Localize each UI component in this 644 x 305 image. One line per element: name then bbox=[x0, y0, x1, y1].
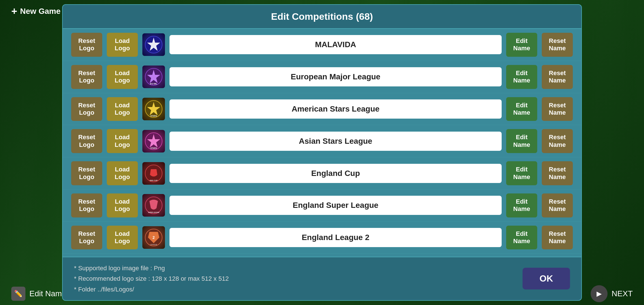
competition-name: American Stars League bbox=[169, 99, 502, 119]
svg-text:ENG CUP: ENG CUP bbox=[150, 180, 157, 181]
logo-svg: STARS bbox=[144, 131, 164, 151]
competition-row: ResetLogo LoadLogo STARS Asian Stars Lea… bbox=[63, 125, 581, 157]
edit-name-button[interactable]: EditName bbox=[506, 226, 537, 250]
dialog-footer: * Supported logo image file : Png * Reco… bbox=[63, 257, 581, 300]
new-game-button[interactable]: + New Game bbox=[11, 5, 60, 17]
edit-name-button[interactable]: EditName bbox=[506, 97, 537, 121]
svg-text:LEAGUE: LEAGUE bbox=[150, 244, 157, 245]
competition-name: England League 2 bbox=[169, 228, 502, 247]
reset-name-button[interactable]: ResetName bbox=[542, 65, 573, 89]
reset-name-button[interactable]: ResetName bbox=[542, 129, 573, 153]
competition-row: ResetLogo LoadLogo LEAGUE 3 England Leag… bbox=[63, 254, 581, 256]
competition-row: ResetLogo LoadLogo 2 LEAGUE England Leag… bbox=[63, 222, 581, 254]
edit-name-button[interactable]: EditName bbox=[506, 65, 537, 89]
competition-row: ResetLogo LoadLogo SUPER LEAGUE England … bbox=[63, 189, 581, 222]
competition-name: European Major League bbox=[169, 67, 502, 86]
competition-logo: 2 LEAGUE bbox=[142, 226, 165, 249]
competitions-list[interactable]: ResetLogo LoadLogo MALAVIDA EditName Res… bbox=[63, 29, 581, 257]
new-game-label: New Game bbox=[20, 7, 60, 16]
edit-names-button[interactable]: ✏️ Edit Names bbox=[11, 287, 70, 301]
competition-row: ResetLogo LoadLogo STARS American Stars … bbox=[63, 93, 581, 125]
reset-name-button[interactable]: ResetName bbox=[542, 97, 573, 121]
edit-name-button[interactable]: EditName bbox=[506, 129, 537, 153]
footer-line1: * Supported logo image file : Png bbox=[74, 263, 229, 273]
load-logo-button[interactable]: LoadLogo bbox=[107, 97, 138, 121]
footer-notes: * Supported logo image file : Png * Reco… bbox=[74, 263, 229, 295]
reset-logo-button[interactable]: ResetLogo bbox=[71, 33, 102, 57]
reset-name-button[interactable]: ResetName bbox=[542, 161, 573, 185]
svg-text:EU-ML: EU-ML bbox=[150, 82, 157, 85]
reset-logo-button[interactable]: ResetLogo bbox=[71, 97, 102, 121]
svg-text:2: 2 bbox=[153, 235, 155, 240]
competition-row: ResetLogo LoadLogo ENG CUP England Cup E… bbox=[63, 157, 581, 189]
load-logo-button[interactable]: LoadLogo bbox=[107, 65, 138, 89]
load-logo-button[interactable]: LoadLogo bbox=[107, 129, 138, 153]
footer-line2: * Recommended logo size : 128 x 128 or m… bbox=[74, 273, 229, 284]
footer-line3: * Folder ../files/Logos/ bbox=[74, 284, 229, 295]
logo-svg: 2 LEAGUE bbox=[144, 228, 164, 247]
edit-name-button[interactable]: EditName bbox=[506, 193, 537, 217]
competition-logo: EU-ML bbox=[142, 66, 165, 88]
ok-button[interactable]: OK bbox=[523, 268, 570, 289]
logo-svg: EU-ML bbox=[144, 67, 164, 87]
reset-logo-button[interactable]: ResetLogo bbox=[71, 161, 102, 185]
competition-name: Asian Stars League bbox=[169, 132, 502, 151]
edit-icon: ✏️ bbox=[11, 287, 25, 301]
competition-logo: SUPER LEAGUE bbox=[142, 194, 165, 217]
reset-logo-button[interactable]: ResetLogo bbox=[71, 226, 102, 250]
load-logo-button[interactable]: LoadLogo bbox=[107, 193, 138, 217]
svg-text:SUPER LEAGUE: SUPER LEAGUE bbox=[148, 212, 159, 213]
competition-logo: STARS bbox=[142, 98, 165, 120]
reset-logo-button[interactable]: ResetLogo bbox=[71, 65, 102, 89]
dialog-title: Edit Competitions (68) bbox=[74, 11, 570, 22]
load-logo-button[interactable]: LoadLogo bbox=[107, 226, 138, 250]
competition-row: ResetLogo LoadLogo MALAVIDA EditName Res… bbox=[63, 29, 581, 61]
competition-logo bbox=[142, 33, 165, 56]
logo-svg: SUPER LEAGUE bbox=[144, 195, 164, 215]
logo-svg bbox=[144, 35, 164, 55]
reset-name-button[interactable]: ResetName bbox=[542, 226, 573, 250]
plus-icon: + bbox=[11, 5, 17, 17]
competition-name: MALAVIDA bbox=[169, 35, 502, 54]
reset-name-button[interactable]: ResetName bbox=[542, 193, 573, 217]
play-icon: ▶ bbox=[591, 285, 608, 302]
competition-logo: ENG CUP bbox=[142, 162, 165, 185]
svg-text:STARS: STARS bbox=[150, 115, 157, 117]
dialog-header: Edit Competitions (68) bbox=[63, 5, 581, 29]
reset-logo-button[interactable]: ResetLogo bbox=[71, 193, 102, 217]
competition-logo: STARS bbox=[142, 130, 165, 152]
edit-name-button[interactable]: EditName bbox=[506, 33, 537, 57]
next-label: NEXT bbox=[612, 289, 633, 298]
edit-competitions-dialog: Edit Competitions (68) ResetLogo LoadLog… bbox=[62, 4, 582, 301]
edit-name-button[interactable]: EditName bbox=[506, 161, 537, 185]
reset-logo-button[interactable]: ResetLogo bbox=[71, 129, 102, 153]
competition-name: England Cup bbox=[169, 164, 502, 183]
logo-svg: ENG CUP bbox=[144, 164, 164, 183]
competition-row: ResetLogo LoadLogo EU-ML European Major … bbox=[63, 61, 581, 93]
load-logo-button[interactable]: LoadLogo bbox=[107, 33, 138, 57]
competition-name: England Super League bbox=[169, 196, 502, 215]
svg-text:STARS: STARS bbox=[150, 147, 157, 149]
logo-svg: STARS bbox=[144, 99, 164, 119]
next-button[interactable]: ▶ NEXT bbox=[591, 285, 633, 302]
reset-name-button[interactable]: ResetName bbox=[542, 33, 573, 57]
load-logo-button[interactable]: LoadLogo bbox=[107, 161, 138, 185]
